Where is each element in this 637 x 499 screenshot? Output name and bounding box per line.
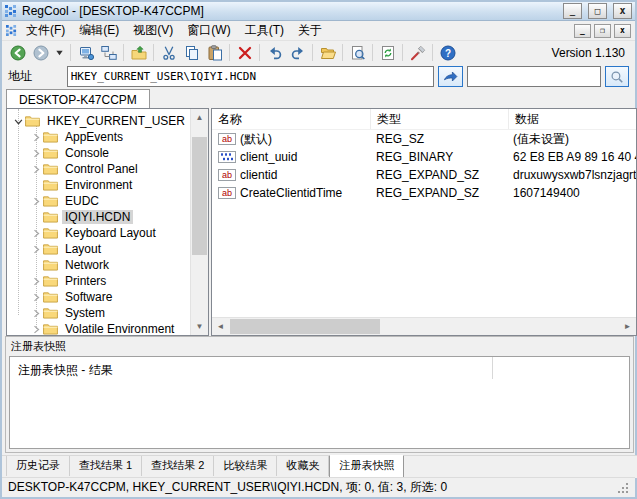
menu-item-3[interactable]: 窗口(W) — [180, 20, 237, 41]
value-list-pane: 名称类型数据 ab(默认)REG_SZ(值未设置)client_uuidREG_… — [211, 108, 637, 336]
options-button[interactable] — [406, 41, 429, 64]
paste-button[interactable] — [203, 41, 226, 64]
expander-expanded-icon — [14, 117, 23, 126]
scroll-down-arrow-icon[interactable]: ▼ — [191, 318, 208, 335]
search-button[interactable] — [346, 41, 369, 64]
go-button[interactable] — [438, 66, 462, 87]
value-row-3[interactable]: abCreateClientidTimeREG_EXPAND_SZ1607149… — [212, 184, 636, 202]
bottom-tab-0[interactable]: 历史记录 — [6, 456, 70, 476]
search-button[interactable] — [605, 66, 629, 87]
tree-item-hkey-current-user[interactable]: HKEY_CURRENT_USER — [7, 113, 191, 129]
back-icon — [10, 45, 26, 61]
tree-item-console[interactable]: Console — [7, 145, 191, 161]
forward-button[interactable] — [29, 41, 52, 64]
expander-collapsed-icon[interactable] — [31, 308, 41, 318]
bottom-tab-1[interactable]: 查找结果 1 — [70, 456, 142, 476]
address-bar: 地址 — [2, 64, 635, 89]
jump-to-key-button[interactable] — [127, 41, 150, 64]
expander-collapsed-icon[interactable] — [31, 164, 41, 174]
tree-item-printers[interactable]: Printers — [7, 273, 191, 289]
tree-vertical-scrollbar[interactable]: ▲ ▼ — [190, 109, 208, 335]
tree-item-control-panel[interactable]: Control Panel — [7, 161, 191, 177]
connection-tab[interactable]: DESKTOP-K47CCPM — [6, 89, 150, 110]
minimize-button[interactable]: _ — [563, 3, 582, 19]
history-dropdown-button[interactable] — [52, 41, 67, 64]
scroll-up-arrow-icon[interactable]: ▲ — [191, 109, 208, 126]
expander-collapsed-icon[interactable] — [31, 148, 41, 158]
expander-collapsed-icon[interactable] — [31, 324, 41, 334]
list-horizontal-scrollbar[interactable]: ◄ ► — [212, 317, 636, 335]
value-row-2[interactable]: abclientidREG_EXPAND_SZdruxuwysxwb7lsnzj… — [212, 166, 636, 184]
tree-item-eudc[interactable]: EUDC — [7, 193, 191, 209]
back-button[interactable] — [6, 41, 29, 64]
expander-collapsed-icon[interactable] — [31, 292, 41, 302]
bottom-tab-3[interactable]: 比较结果 — [214, 456, 277, 476]
tree-item-label: Network — [62, 258, 112, 272]
column-header-2[interactable]: 数据 — [509, 109, 636, 129]
column-header-0[interactable]: 名称 — [212, 109, 371, 129]
tree-item-keyboard-layout[interactable]: Keyboard Layout — [7, 225, 191, 241]
refresh-button[interactable] — [376, 41, 399, 64]
tree-item-layout[interactable]: Layout — [7, 241, 191, 257]
expander-collapsed-icon[interactable] — [31, 132, 41, 142]
title-bar[interactable]: RegCool - [DESKTOP-K47CCPM] _ □ x — [2, 2, 635, 21]
quick-search-input[interactable] — [467, 66, 601, 87]
scroll-left-arrow-icon[interactable]: ◄ — [212, 318, 229, 335]
expander-collapsed-icon — [32, 229, 41, 238]
tree-item-appevents[interactable]: AppEvents — [7, 129, 191, 145]
paste-icon — [207, 45, 223, 61]
tree-item-environment[interactable]: Environment — [7, 177, 191, 193]
redo-button[interactable] — [286, 41, 309, 64]
child-close-button[interactable]: x — [614, 24, 631, 38]
value-row-1[interactable]: client_uuidREG_BINARY62 E8 EB A9 89 16 4… — [212, 148, 636, 166]
value-type: REG_SZ — [370, 132, 507, 146]
bottom-tab-5[interactable]: 注册表快照 — [329, 455, 404, 478]
help-button[interactable]: ? — [436, 41, 459, 64]
scroll-right-arrow-icon[interactable]: ► — [619, 318, 636, 335]
value-row-0[interactable]: ab(默认)REG_SZ(值未设置) — [212, 130, 636, 148]
column-header-1[interactable]: 类型 — [371, 109, 509, 129]
options-icon — [410, 45, 426, 61]
tree-item-network[interactable]: Network — [7, 257, 191, 273]
tree-item-iqiyi-hcdn[interactable]: IQIYI.HCDN — [7, 209, 191, 225]
svg-text:ab: ab — [222, 188, 232, 198]
delete-button[interactable] — [233, 41, 256, 64]
tree-item-software[interactable]: Software — [7, 289, 191, 305]
tree-item-volatile-environment[interactable]: Volatile Environment — [7, 321, 191, 335]
menu-item-1[interactable]: 编辑(E) — [72, 20, 126, 41]
resize-grip[interactable] — [617, 482, 629, 494]
connect-computer-button[interactable] — [74, 41, 97, 64]
regcool-window: RegCool - [DESKTOP-K47CCPM] _ □ x 文件(F)编… — [0, 0, 637, 499]
bottom-tab-4[interactable]: 收藏夹 — [277, 456, 329, 476]
menu-item-0[interactable]: 文件(F) — [19, 20, 72, 41]
favorites-folder-button[interactable] — [316, 41, 339, 64]
close-button[interactable]: x — [613, 3, 632, 19]
expander-collapsed-icon[interactable] — [31, 276, 41, 286]
folder-icon — [43, 275, 58, 287]
scroll-thumb[interactable] — [192, 137, 207, 255]
network-computers-button[interactable] — [97, 41, 120, 64]
expander-collapsed-icon[interactable] — [31, 228, 41, 238]
cut-button[interactable] — [157, 41, 180, 64]
value-data: 62 E8 EB A9 89 16 40 43 — [507, 150, 636, 164]
menu-item-5[interactable]: 关于 — [291, 20, 329, 41]
tree-item-system[interactable]: System — [7, 305, 191, 321]
folder-icon — [43, 291, 58, 303]
folder-icon — [25, 115, 40, 127]
menu-item-2[interactable]: 视图(V) — [126, 20, 180, 41]
expander-collapsed-icon[interactable] — [31, 244, 41, 254]
scroll-thumb[interactable] — [230, 319, 380, 334]
menu-item-4[interactable]: 工具(T) — [238, 20, 291, 41]
address-input[interactable] — [67, 66, 434, 87]
expander-expanded-icon[interactable] — [13, 116, 23, 126]
bottom-tab-2[interactable]: 查找结果 2 — [142, 456, 214, 476]
child-window-logo-icon — [6, 25, 17, 36]
undo-button[interactable] — [263, 41, 286, 64]
child-minimize-button[interactable]: _ — [574, 24, 591, 38]
child-restore-button[interactable]: ❐ — [594, 24, 611, 38]
expander-collapsed-icon — [32, 277, 41, 286]
expander-collapsed-icon[interactable] — [31, 196, 41, 206]
maximize-button[interactable]: □ — [588, 3, 607, 19]
copy-button[interactable] — [180, 41, 203, 64]
svg-text:ab: ab — [222, 170, 232, 180]
